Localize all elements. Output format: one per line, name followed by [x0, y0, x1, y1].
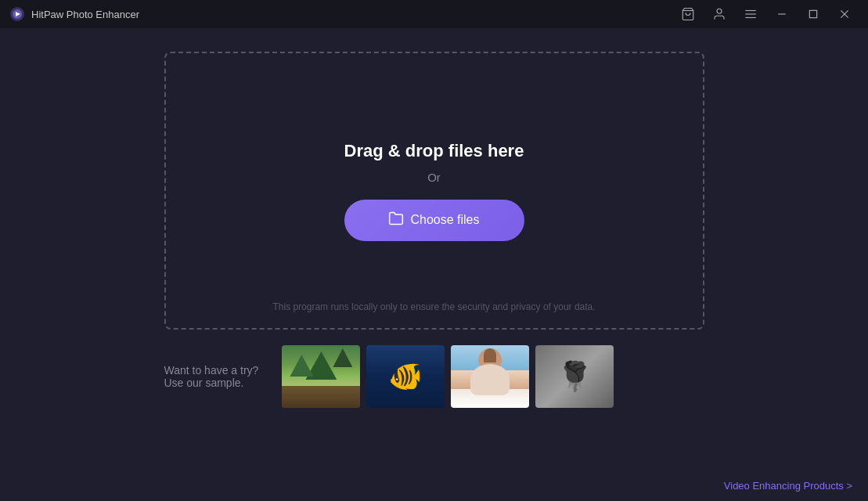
- menu-icon: [744, 7, 758, 21]
- cart-button[interactable]: [674, 2, 702, 26]
- video-enhancing-link[interactable]: Video Enhancing Products >: [724, 480, 852, 492]
- close-icon: [839, 9, 850, 20]
- app-logo-icon: [9, 6, 25, 22]
- sample-section: Want to have a try? Use our sample. 🐠: [164, 345, 704, 408]
- main-content: Drag & drop files here Or Choose files T…: [0, 28, 868, 501]
- svg-point-4: [717, 9, 722, 13]
- title-bar-left: HitPaw Photo Enhancer: [9, 6, 139, 22]
- maximize-icon: [808, 9, 819, 20]
- security-note: This program runs locally only to ensure…: [272, 301, 595, 312]
- choose-files-button[interactable]: Choose files: [344, 200, 524, 241]
- cart-icon: [681, 7, 695, 21]
- sample-image-portrait[interactable]: [451, 345, 529, 408]
- svg-rect-9: [809, 10, 816, 17]
- sample-image-flowers[interactable]: 🌹: [535, 345, 614, 408]
- account-icon: [712, 7, 726, 21]
- minimize-button[interactable]: [768, 2, 796, 26]
- drag-drop-title: Drag & drop files here: [344, 141, 524, 161]
- menu-button[interactable]: [737, 2, 765, 26]
- sample-images: 🐠 🌹: [282, 345, 614, 408]
- sample-image-fish[interactable]: 🐠: [366, 345, 445, 408]
- app-title: HitPaw Photo Enhancer: [31, 9, 139, 20]
- choose-files-label: Choose files: [410, 213, 479, 227]
- sample-prompt: Want to have a try?: [164, 364, 259, 377]
- title-bar-controls: [674, 2, 859, 26]
- folder-icon: [388, 211, 404, 230]
- sample-image-landscape[interactable]: [282, 345, 360, 408]
- title-bar: HitPaw Photo Enhancer: [0, 0, 868, 28]
- sample-sub-prompt: Use our sample.: [164, 377, 259, 389]
- maximize-button[interactable]: [799, 2, 827, 26]
- minimize-icon: [776, 9, 787, 20]
- sample-text: Want to have a try? Use our sample.: [164, 364, 259, 389]
- drop-zone[interactable]: Drag & drop files here Or Choose files T…: [164, 52, 704, 330]
- or-text: Or: [427, 171, 441, 184]
- close-button[interactable]: [830, 2, 859, 26]
- account-button[interactable]: [705, 2, 733, 26]
